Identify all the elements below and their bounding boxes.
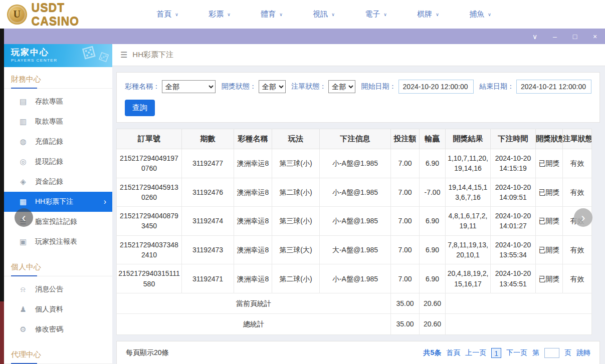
summary-row-current-page: 當前頁統計 35.00 20.60 (117, 293, 592, 313)
cell-bet-amount: 7.00 (391, 235, 420, 264)
cell-play: 第三球(小) (272, 149, 320, 178)
players-center-banner: 玩家中心 PLAYERS CENTER ⚄ ⚂ (4, 44, 112, 67)
summary-empty (446, 314, 592, 334)
carousel-right-arrow[interactable]: › (574, 208, 592, 227)
cell-winloss: 6.90 (420, 235, 446, 264)
nav-item-video[interactable]: 視訊∨ (298, 10, 350, 19)
window-controls: ∨ – □ × (531, 29, 599, 44)
page-title: HH彩票下注 (132, 50, 173, 60)
maximize-icon[interactable]: □ (571, 33, 579, 41)
hamburger-menu-icon[interactable]: ☰ (120, 50, 127, 60)
summary-winloss: 20.60 (420, 293, 446, 313)
sidebar-item-withdraw-records[interactable]: ◎提現記錄 (4, 152, 112, 172)
cell-order-no: 2152172940315111580 (117, 264, 182, 293)
end-date-input[interactable] (516, 80, 591, 94)
sidebar-item-deposit[interactable]: ▤存款專區 (4, 92, 112, 112)
chevron-right-icon: › (581, 211, 585, 225)
cell-bet-time: 2024-10-20 13:55:34 (491, 235, 536, 264)
prev-page-link[interactable]: 上一页 (465, 348, 486, 357)
cell-period: 31192474 (182, 207, 234, 236)
table-row: 2152172940459130260 31192476 澳洲幸运8 第二球(小… (117, 178, 592, 207)
lottery-name-label: 彩種名稱： (125, 82, 160, 91)
nav-label: 首頁 (156, 10, 171, 19)
sidebar-item-change-password[interactable]: ⚙修改密碼 (4, 319, 112, 339)
nav-label: 棋牌 (417, 10, 432, 19)
cell-play: 第二球(小) (272, 178, 320, 207)
start-date-input[interactable] (398, 80, 474, 94)
sidebar-item-label: 取款專區 (35, 117, 63, 126)
chevron-down-icon: ∨ (227, 12, 231, 17)
sidebar-item-label: 廳室投註記錄 (35, 217, 77, 226)
lottery-name-select[interactable]: 全部 (162, 80, 216, 93)
nav-item-sports[interactable]: 體育∨ (246, 10, 298, 19)
sidebar-item-label: 個人資料 (35, 305, 63, 314)
logo-text: USDT CASINO (32, 1, 115, 28)
sidebar-item-announcements[interactable]: ⍾消息公告 (4, 279, 112, 299)
cell-lottery: 澳洲幸运8 (234, 207, 272, 236)
background-strip-red (0, 301, 4, 364)
col-lottery-name: 彩種名稱 (234, 129, 272, 149)
summary-empty (446, 293, 592, 313)
close-icon[interactable]: × (591, 33, 599, 41)
nav-item-fishing[interactable]: 捕魚∨ (454, 10, 506, 19)
nav-label: 捕魚 (469, 10, 484, 19)
jump-prefix-label: 第 (532, 348, 539, 357)
nav-item-slots[interactable]: 電子∨ (350, 10, 402, 19)
bets-table: 訂單號 期數 彩種名稱 玩法 下注信息 投注額 輸贏 開獎結果 下注時間 開獎狀… (116, 129, 592, 335)
col-period: 期數 (182, 129, 234, 149)
sidebar-item-player-bet-report[interactable]: ▣玩家投注報表 (4, 232, 112, 252)
minimize-icon[interactable]: – (551, 33, 559, 41)
summary-winloss: 20.60 (420, 314, 446, 334)
draw-status-select[interactable]: 全部 (259, 80, 286, 93)
next-page-link[interactable]: 下一页 (506, 348, 527, 357)
nav-item-boardgames[interactable]: 棋牌∨ (402, 10, 454, 19)
players-center-title: 玩家中心 (11, 47, 112, 58)
summary-label: 當前頁統計 (117, 293, 391, 313)
chevron-right-icon: › (104, 197, 106, 206)
chevron-down-icon: ∨ (488, 12, 491, 17)
order-status-select[interactable]: 全部 (328, 80, 355, 93)
col-bet-time: 下注時間 (491, 129, 536, 149)
site-logo[interactable]: U USDT CASINO (7, 1, 115, 28)
cell-period: 31192471 (182, 264, 234, 293)
cell-winloss: -7.00 (420, 178, 446, 207)
cell-result: 4,8,1,6,17,2,19,11 (446, 207, 491, 236)
page-jump-input[interactable] (544, 348, 559, 358)
chevron-down-icon: ∨ (436, 12, 439, 17)
collapse-icon[interactable]: ∨ (531, 33, 539, 41)
sidebar-item-label: 資金記錄 (35, 177, 63, 186)
cell-bet-amount: 7.00 (391, 207, 420, 236)
sidebar-item-funds-records[interactable]: ◈資金記錄 (4, 172, 112, 192)
sidebar-item-recharge-records[interactable]: ◍充值記錄 (4, 132, 112, 152)
cell-winloss: 6.90 (420, 264, 446, 293)
search-button[interactable]: 查詢 (125, 100, 155, 116)
sidebar-item-withdrawal[interactable]: ▥取款專區 (4, 112, 112, 132)
nav-label: 視訊 (313, 10, 328, 19)
cell-bet-time: 2024-10-20 14:01:27 (491, 207, 536, 236)
table-footer: 每頁顯示20條 共5条 首頁 上一页 1 下一页 第 页 跳轉 (116, 341, 600, 364)
personal-menu: ⍾消息公告 ♟個人資料 ⚙修改密碼 (4, 276, 112, 342)
cell-play: 第三球(小) (272, 207, 320, 236)
nav-item-lottery[interactable]: 彩票∨ (193, 10, 246, 19)
carousel-left-arrow[interactable]: ‹ (15, 208, 33, 227)
jump-button[interactable]: 跳轉 (576, 348, 590, 357)
col-bet-info: 下注信息 (320, 129, 391, 149)
nav-label: 體育 (261, 10, 276, 19)
draw-status-label: 開獎狀態： (222, 82, 257, 91)
sidebar-item-label: 消息公告 (35, 285, 63, 294)
window-body: 玩家中心 PLAYERS CENTER ⚄ ⚂ 財務中心 ▤存款專區 ▥取款專區… (4, 44, 605, 364)
nav-item-home[interactable]: 首頁∨ (141, 10, 193, 19)
sidebar-item-label: 修改密碼 (35, 325, 63, 334)
col-draw-result: 開獎結果 (446, 129, 491, 149)
col-winloss: 輸贏 (420, 129, 446, 149)
cell-order-status: 有效 (563, 149, 592, 178)
logo-coin-icon: U (7, 5, 27, 25)
top-navbar: U USDT CASINO 首頁∨ 彩票∨ 體育∨ 視訊∨ 電子∨ 棋牌∨ 捕魚… (0, 0, 605, 29)
order-status-label: 注單狀態： (291, 82, 326, 91)
first-page-link[interactable]: 首頁 (446, 348, 460, 357)
cell-bet-info: 大-A盤@1.985 (320, 235, 391, 264)
cell-lottery: 澳洲幸运8 (234, 149, 272, 178)
current-page-badge[interactable]: 1 (491, 348, 501, 358)
filter-row: 彩種名稱： 全部 開獎狀態： 全部 注單狀態： 全部 開始日期： 結束日期： (125, 80, 591, 94)
sidebar-item-profile[interactable]: ♟個人資料 (4, 299, 112, 319)
